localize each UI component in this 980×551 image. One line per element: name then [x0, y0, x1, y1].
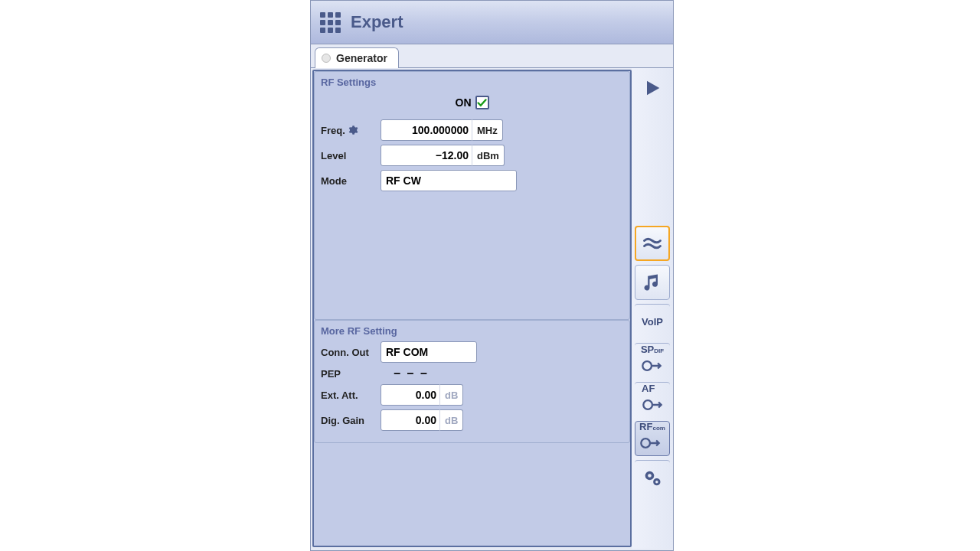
gears-icon	[642, 468, 663, 489]
diggain-label: Dig. Gain	[321, 415, 381, 426]
music-icon	[642, 272, 663, 293]
tab-generator[interactable]: Generator	[315, 47, 399, 68]
conn-row: Conn. Out RF COM	[321, 341, 623, 363]
mode-row: Mode RF CW	[321, 170, 623, 191]
level-row: Level dBm	[321, 145, 623, 166]
on-label: ON	[456, 96, 472, 109]
extatt-label: Ext. Att.	[321, 390, 381, 401]
diggain-unit: dB	[439, 409, 463, 431]
mode-select[interactable]: RF CW	[381, 170, 517, 191]
conn-label: Conn. Out	[321, 347, 381, 358]
on-row: ON	[321, 93, 623, 116]
app-window: Expert Generator RF Settings ON Freq.	[310, 0, 674, 551]
freq-label: Freq.	[321, 125, 381, 136]
tab-status-dot-icon	[322, 54, 331, 63]
mode-label: Mode	[321, 175, 381, 187]
play-icon	[642, 77, 663, 99]
extatt-input[interactable]	[381, 384, 442, 406]
voip-text: VoIP	[642, 316, 663, 328]
tab-label: Generator	[336, 52, 387, 64]
pep-value: – – –	[381, 367, 442, 380]
out-icon	[641, 355, 662, 377]
freq-row: Freq. MHz	[321, 119, 623, 141]
more-rf-group: More RF Setting Conn. Out RF COM PEP – –…	[314, 320, 630, 443]
tab-row: Generator	[311, 44, 673, 67]
level-input[interactable]	[381, 145, 474, 166]
rf-button[interactable]: RFcom	[635, 421, 670, 456]
approx-button[interactable]	[635, 226, 670, 261]
play-button[interactable]	[635, 73, 670, 103]
voip-button[interactable]: VoIP	[635, 304, 670, 339]
af-button[interactable]: AF	[635, 382, 670, 417]
music-button[interactable]	[635, 265, 670, 300]
window-title: Expert	[351, 12, 403, 32]
out-icon	[642, 394, 663, 416]
sp-button[interactable]: SPDIF	[635, 343, 670, 378]
svg-point-0	[642, 361, 652, 370]
gear-icon[interactable]	[348, 125, 358, 135]
diggain-row: Dig. Gain dB	[321, 409, 623, 431]
freq-unit[interactable]: MHz	[472, 119, 503, 141]
apps-grid-icon[interactable]	[318, 11, 341, 34]
rf-settings-title: RF Settings	[321, 77, 623, 88]
diggain-input[interactable]	[381, 409, 442, 431]
extatt-unit: dB	[439, 384, 463, 406]
out-icon	[639, 432, 661, 454]
on-checkbox[interactable]	[475, 96, 489, 109]
pep-row: PEP – – –	[321, 367, 623, 380]
conn-select[interactable]: RF COM	[381, 341, 477, 363]
content-area: RF Settings ON Freq. MHz	[311, 67, 673, 549]
pep-label: PEP	[321, 368, 381, 380]
level-unit[interactable]: dBm	[472, 145, 505, 166]
svg-point-2	[641, 439, 650, 448]
check-icon	[477, 98, 487, 108]
main-panel: RF Settings ON Freq. MHz	[312, 70, 632, 547]
level-label: Level	[321, 150, 381, 161]
settings-gears-button[interactable]	[635, 460, 670, 495]
more-rf-title: More RF Setting	[321, 325, 623, 337]
svg-point-1	[643, 400, 652, 409]
extatt-row: Ext. Att. dB	[321, 384, 623, 406]
freq-input[interactable]	[381, 119, 474, 141]
title-bar: Expert	[311, 1, 673, 44]
approx-icon	[642, 233, 663, 254]
side-toolbar: VoIP SPDIF AF RFcom	[632, 68, 673, 549]
rf-settings-group: RF Settings ON Freq. MHz	[314, 71, 630, 320]
